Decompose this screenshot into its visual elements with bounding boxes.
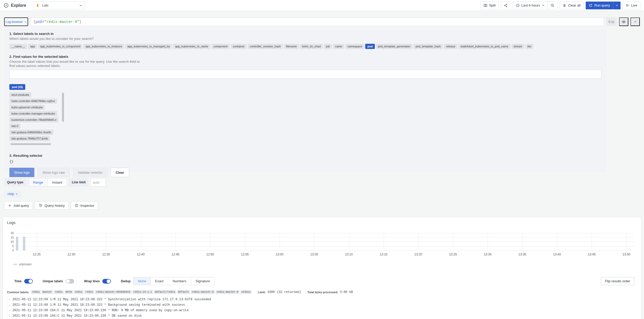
split-button[interactable]: Split	[481, 2, 499, 9]
label-value-chip[interactable]: kube-controller-manager-minikube	[9, 111, 57, 116]
split-label: Split	[489, 3, 496, 7]
validate-selector-button[interactable]: Validate selector	[73, 168, 108, 177]
query-input[interactable]: {pod="redis-master-0"}	[30, 17, 604, 26]
chart-x-axis: 12:2512:3012:3512:4012:4512:5012:5513:00…	[16, 253, 633, 257]
time-range-picker[interactable]: Last 6 hours	[513, 2, 548, 9]
label-chip[interactable]: component	[211, 44, 230, 49]
minus-icon	[634, 20, 637, 23]
expand-row-icon[interactable]: ›	[9, 309, 10, 312]
query-history-button[interactable]: Query history	[35, 201, 68, 210]
label-value-chip[interactable]: kustomize-controller-78bdd99b66-x	[9, 117, 58, 122]
expand-row-icon[interactable]: ›	[9, 314, 10, 318]
label-chip[interactable]: filename	[284, 44, 299, 49]
facet-title-chip[interactable]: pod (15)	[9, 84, 25, 90]
log-row[interactable]: › 2021-05-11 12:23:00 1:M 11 May 2021 19…	[7, 302, 637, 308]
label-chips-row: __name__ app app_kubernetes_io_component…	[9, 44, 601, 49]
label-value-chip[interactable]: loki-grafana-7f988cf7f7-jtnhb	[9, 136, 50, 141]
show-logs-rate-button[interactable]: Show logs rate	[37, 168, 70, 177]
inspector-button[interactable]: Inspector	[71, 201, 98, 210]
add-query-button[interactable]: Add query	[4, 201, 33, 210]
log-volume-bar[interactable]	[23, 237, 25, 251]
label-chip[interactable]: app_kubernetes_io_component	[38, 44, 82, 49]
page-title: Explore	[4, 3, 26, 8]
chevron-down-icon	[615, 4, 618, 7]
toggle-switch[interactable]	[24, 279, 33, 284]
label-chip[interactable]: pod	[365, 44, 375, 49]
label-chip[interactable]: tier	[525, 44, 533, 49]
chart-plot-area[interactable]	[16, 233, 633, 251]
query-token-lbrace: {	[33, 20, 35, 24]
label-chip[interactable]: name	[333, 44, 344, 49]
common-labels-label: Common labels:	[7, 291, 29, 294]
help-link[interactable]: Help	[4, 191, 21, 197]
clear-all-button[interactable]: Clear all	[560, 2, 584, 9]
log-row[interactable]: › 2021-05-11 12:23:00 164:C 11 May 2021 …	[7, 308, 637, 313]
datasource-picker[interactable]: Loki	[33, 2, 85, 9]
log-row-text: 2021-05-11 12:23:00 1:M 11 May 2021 19:2…	[12, 298, 211, 302]
line-limit-label: Line limit	[69, 178, 89, 186]
vertical-scrollbar[interactable]	[62, 93, 64, 122]
expand-row-icon[interactable]: ›	[9, 298, 10, 302]
step1-title: 1. Select labels to search in	[9, 32, 601, 36]
label-chip[interactable]: controller_revision_hash	[248, 44, 283, 49]
label-value-chip[interactable]: loki-0	[9, 123, 20, 129]
label-chip[interactable]: __name__	[9, 44, 27, 49]
common-label-chip: redis-master-0	[191, 290, 215, 294]
label-chip[interactable]: app_kubernetes_io_managed_by	[125, 44, 172, 49]
run-query-button[interactable]: Run query	[586, 2, 613, 9]
common-label-chip: redis	[84, 290, 94, 294]
dedup-option[interactable]: Exact	[150, 277, 168, 285]
horizontal-scrollbar[interactable]	[10, 143, 51, 145]
log-browser-button[interactable]: Log browser	[4, 17, 28, 26]
label-chip[interactable]: helm_sh_chart	[300, 44, 323, 49]
datasource-name: Loki	[42, 3, 48, 7]
time-controls: Last 6 hours	[513, 2, 558, 9]
toggle-switch[interactable]	[66, 279, 74, 284]
step2-description-line2: find values across selected labels.	[9, 64, 601, 68]
line-limit-input[interactable]	[91, 178, 106, 186]
dedup-option[interactable]: Numbers	[168, 277, 191, 285]
dedup-option[interactable]: Signature	[191, 277, 214, 285]
dedup-option[interactable]: None	[134, 277, 150, 285]
query-type-option[interactable]: Instant	[47, 178, 67, 186]
logs-meta-row: Common labels: redis master redis Helm r…	[7, 290, 637, 294]
toggle-knob	[107, 279, 110, 283]
live-button[interactable]: Live	[623, 2, 640, 9]
label-chip[interactable]: namespace	[345, 44, 364, 49]
label-value-chip[interactable]: kube-apiserver-minikube	[9, 105, 45, 110]
label-chip[interactable]: app_kubernetes_io_instance	[83, 44, 124, 49]
clear-button[interactable]: Clear	[111, 168, 129, 177]
common-label-chip: redis-master-0	[216, 290, 239, 294]
log-row[interactable]: › 2021-05-11 12:23:00 164:C 11 May 2021 …	[7, 313, 637, 319]
label-chip[interactable]: stream	[512, 44, 525, 49]
loki-logo-icon	[36, 3, 40, 8]
label-chip[interactable]: app_kubernetes_io_name	[173, 44, 210, 49]
legend-item[interactable]: unknown	[13, 262, 31, 266]
label-chip[interactable]: job	[324, 44, 332, 49]
remove-query-button[interactable]	[630, 17, 640, 26]
run-query-dropdown[interactable]	[613, 2, 621, 9]
show-logs-button[interactable]: Show logs	[9, 168, 34, 177]
log-volume-bar[interactable]	[16, 237, 18, 251]
query-type-option[interactable]: Range	[29, 178, 47, 186]
share-icon	[504, 4, 508, 7]
expand-row-icon[interactable]: ›	[9, 303, 10, 307]
toggle-switch[interactable]	[102, 279, 111, 284]
label-value-chip[interactable]: loki-grafana-54f66696bc-9vw9c	[9, 130, 53, 135]
label-value-chip[interactable]: helm-controller-69667f94bc-ng5vx	[9, 98, 57, 104]
legend-label: unknown	[19, 262, 31, 266]
label-chip[interactable]: container	[231, 44, 247, 49]
common-label-chip: redis	[54, 290, 64, 294]
label-values-search-input[interactable]	[9, 70, 601, 79]
label-chip[interactable]: release	[444, 44, 457, 49]
log-row[interactable]: › 2021-05-11 12:23:00 1:M 11 May 2021 19…	[7, 297, 637, 302]
share-button[interactable]	[501, 2, 511, 9]
label-chip[interactable]: app	[28, 44, 37, 49]
zoom-out-button[interactable]	[548, 2, 558, 9]
label-chip[interactable]: pod_template_hash	[413, 44, 443, 49]
label-value-chip[interactable]: etcd-minikube	[9, 92, 31, 97]
hide-response-button[interactable]	[619, 17, 628, 26]
label-chip[interactable]: statefulset_kubernetes_io_pod_name	[458, 44, 510, 49]
label-chip[interactable]: pod_template_generation	[376, 44, 413, 49]
flip-results-order-button[interactable]: Flip results order	[601, 277, 634, 285]
